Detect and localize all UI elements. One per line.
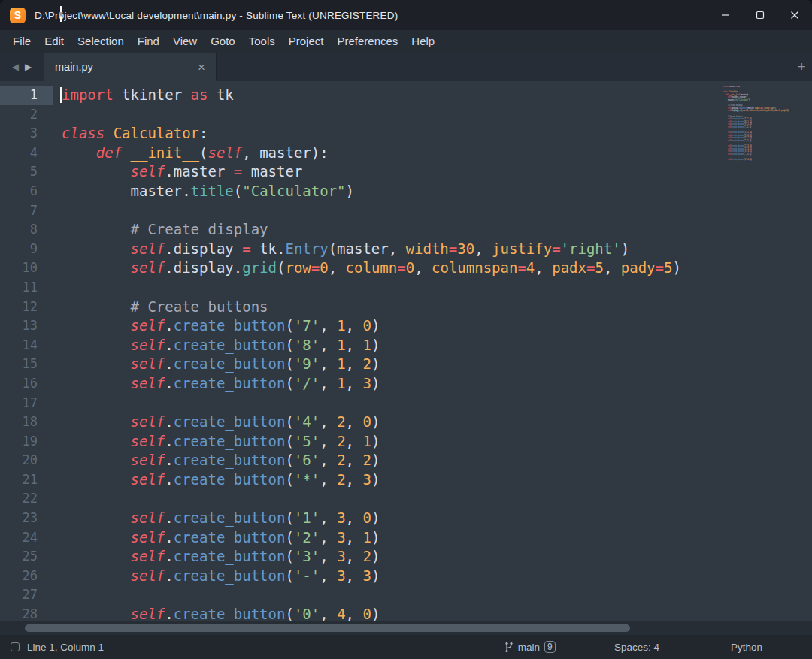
code-line[interactable]: master.title("Calculator") [62,182,722,201]
menu-item-selection[interactable]: Selection [71,30,131,53]
line-number[interactable]: 13 [0,316,53,336]
menu-item-preferences[interactable]: Preferences [330,30,404,53]
tab-overflow-button[interactable]: ▼ [60,6,62,22]
menu-item-goto[interactable]: Goto [204,30,242,53]
status-bar: Line 1, Column 1 main 9 Spaces: 4 Python [0,635,812,659]
sublime-logo-icon: S [10,8,26,23]
code-line[interactable]: self.display = tk.Entry(master, width=30… [62,240,722,259]
git-branch-icon [504,642,514,653]
code-line[interactable] [62,394,722,413]
code-line: self.create_button('0', 4, 0) [723,159,797,162]
line-number[interactable]: 26 [0,567,53,586]
code-line[interactable]: class Calculator: [62,124,722,144]
maximize-icon [756,11,765,20]
status-square-icon [11,642,20,651]
tab-close-icon[interactable]: × [198,61,205,74]
line-number[interactable]: 6 [0,182,53,201]
tab-bar-spacer [217,53,791,81]
menu-item-help[interactable]: Help [404,30,441,53]
code-line[interactable] [62,278,722,298]
line-number[interactable]: 18 [0,413,53,432]
line-number[interactable]: 22 [0,489,53,509]
code-line[interactable]: def __init__(self, master): [62,144,722,163]
indentation-setting[interactable]: Spaces: 4 [614,642,659,653]
code-line[interactable]: self.create_button('4', 2, 0) [62,413,722,432]
code-line[interactable]: self.create_button('1', 3, 0) [62,509,722,528]
minimize-button[interactable] [708,0,743,30]
code-line[interactable]: self.create_button('5', 2, 1) [62,432,722,452]
line-number[interactable]: 16 [0,374,53,394]
line-number[interactable]: 1 [0,86,53,105]
code-line[interactable]: # Create display [62,220,722,240]
line-number[interactable]: 10 [0,258,53,278]
line-number[interactable]: 4 [0,144,53,163]
menu-item-tools[interactable]: Tools [242,30,282,53]
code-line[interactable]: self.create_button('0', 4, 0) [62,605,722,621]
tab-nav-arrows: ◀ ▶ [0,53,44,81]
code-line: self.display.grid(row=0, column=0, colum… [723,110,797,113]
git-branch-indicator[interactable]: main 9 [504,641,556,653]
code-line[interactable] [62,105,722,125]
line-number[interactable]: 24 [0,528,53,548]
code-line[interactable]: self.create_button('-', 3, 3) [62,567,722,586]
menu-item-edit[interactable]: Edit [38,30,71,53]
code-line[interactable]: self.create_button('6', 2, 2) [62,451,722,470]
line-number[interactable]: 20 [0,451,53,470]
code-line[interactable]: self.create_button('/', 1, 3) [62,374,722,394]
syntax-mode[interactable]: Python [731,642,762,653]
line-number[interactable]: 19 [0,432,53,452]
line-number[interactable]: 3 [0,124,53,144]
line-number[interactable]: 12 [0,298,53,317]
line-number[interactable]: 8 [0,220,53,240]
gutter: 1234567891011121314151617181920212223242… [0,81,53,621]
line-number[interactable]: 25 [0,547,53,567]
code-line[interactable]: self.create_button('8', 1, 1) [62,336,722,355]
code-line[interactable]: self.create_button('*', 2, 3) [62,470,722,490]
code-line[interactable]: import tkinter as tk [62,86,722,105]
menu-item-view[interactable]: View [166,30,204,53]
nav-forward-icon[interactable]: ▶ [25,62,32,72]
line-number[interactable]: 15 [0,355,53,374]
minimap[interactable]: import tkinter as tkclass Calculator: de… [723,86,797,621]
menu-item-find[interactable]: Find [131,30,166,53]
line-number[interactable]: 9 [0,240,53,259]
maximize-button[interactable] [743,0,777,30]
line-number[interactable]: 5 [0,162,53,182]
new-tab-button[interactable]: + [791,53,812,81]
line-number[interactable]: 2 [0,105,53,125]
line-number[interactable]: 11 [0,278,53,298]
close-icon [790,11,799,20]
menu-item-file[interactable]: File [6,30,38,53]
line-number[interactable]: 7 [0,201,53,221]
minimap-content: import tkinter as tkclass Calculator: de… [723,86,797,162]
code-line[interactable]: self.create_button('2', 3, 1) [62,528,722,548]
line-number[interactable]: 27 [0,585,53,605]
code-line[interactable]: self.display.grid(row=0, column=0, colum… [62,258,722,278]
menu-bar: FileEditSelectionFindViewGotoToolsProjec… [0,30,812,53]
code-line[interactable] [62,489,722,509]
code-line[interactable]: # Create buttons [62,298,722,317]
code-lines[interactable]: import tkinter as tkclass Calculator: de… [53,81,722,621]
code-line[interactable]: self.create_button('7', 1, 0) [62,316,722,336]
line-number[interactable]: 21 [0,470,53,490]
window-controls [708,0,812,30]
caret-position: Line 1, Column 1 [27,642,104,653]
code-line[interactable]: self.create_button('3', 3, 2) [62,547,722,567]
line-number[interactable]: 23 [0,509,53,528]
nav-back-icon[interactable]: ◀ [12,62,19,72]
menu-item-project[interactable]: Project [282,30,331,53]
tab-main-py[interactable]: main.py × [44,53,217,81]
horizontal-scrollbar[interactable] [25,624,630,632]
text-caret [60,87,62,103]
code-line[interactable]: self.create_button('9', 1, 2) [62,355,722,374]
code-line[interactable] [62,201,722,221]
close-button[interactable] [777,0,812,30]
tab-bar: ◀ ▶ main.py × + ▼ [0,53,812,81]
line-number[interactable]: 17 [0,394,53,413]
code-line[interactable]: self.master = master [62,162,722,182]
editor-area[interactable]: 1234567891011121314151617181920212223242… [0,81,812,635]
line-number[interactable]: 28 [0,605,53,621]
line-number[interactable]: 14 [0,336,53,355]
code-line[interactable] [62,585,722,605]
window-title: D:\Project\www\Local development\main.py… [35,10,398,21]
